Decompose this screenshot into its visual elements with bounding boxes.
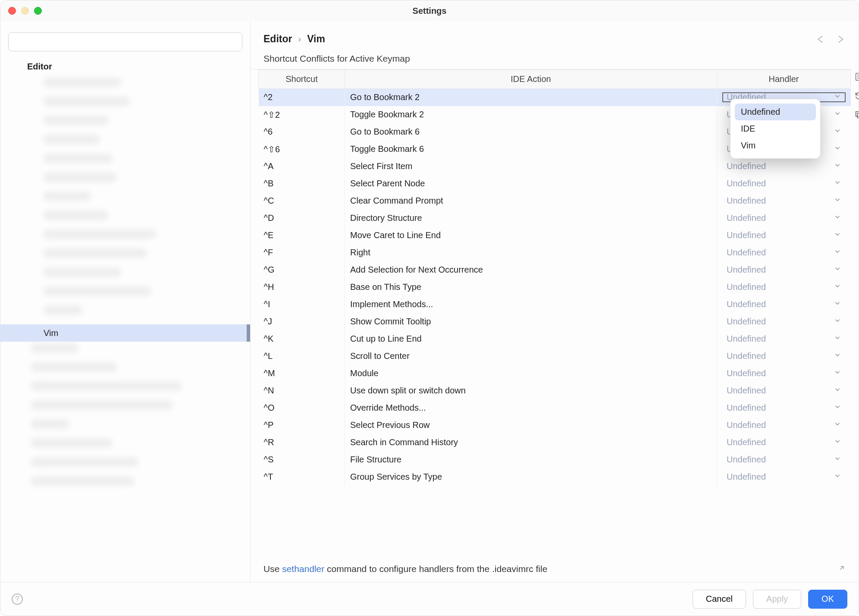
- maximize-icon[interactable]: [34, 7, 42, 15]
- handler-cell[interactable]: Undefined: [717, 175, 851, 192]
- table-row[interactable]: ^ASelect First ItemUndefined: [259, 158, 851, 175]
- table-row[interactable]: ^IImplement Methods...Undefined: [259, 296, 851, 313]
- handler-value: Undefined: [727, 196, 766, 206]
- dropdown-option[interactable]: IDE: [735, 120, 816, 137]
- chevron-down-icon: [834, 265, 841, 275]
- action-cell: Move Caret to Line End: [345, 227, 717, 244]
- handler-cell[interactable]: Undefined: [717, 434, 851, 451]
- shortcut-cell: ^F: [259, 244, 345, 261]
- chevron-right-icon: ›: [298, 34, 301, 44]
- table-row[interactable]: ^DDirectory StructureUndefined: [259, 210, 851, 227]
- scroll-icon[interactable]: [854, 72, 859, 82]
- chevron-down-icon: [834, 299, 841, 309]
- sethandler-link[interactable]: sethandler: [282, 564, 324, 574]
- chevron-down-icon: [834, 455, 841, 465]
- tree-item-blurred: [44, 286, 250, 304]
- table-header-row: Shortcut IDE Action Handler: [259, 70, 851, 89]
- handler-cell[interactable]: Undefined: [717, 279, 851, 296]
- hint-text: Use sethandler command to configure hand…: [251, 556, 859, 582]
- column-handler[interactable]: Handler: [717, 70, 851, 89]
- table-row[interactable]: ^NUse down split or switch downUndefined: [259, 382, 851, 399]
- shortcut-cell: ^N: [259, 382, 345, 399]
- table-row[interactable]: ^TGroup Services by TypeUndefined: [259, 468, 851, 486]
- cancel-button[interactable]: Cancel: [693, 590, 746, 609]
- tree-item-blurred: [31, 381, 250, 399]
- copy-icon[interactable]: [854, 110, 859, 119]
- action-cell: Clear Command Prompt: [345, 192, 717, 210]
- tree-blur-above: [0, 78, 250, 323]
- tree-item-blurred: [31, 400, 250, 418]
- table-row[interactable]: ^FRightUndefined: [259, 244, 851, 261]
- handler-cell[interactable]: Undefined: [717, 158, 851, 175]
- column-action[interactable]: IDE Action: [345, 70, 717, 89]
- shortcut-cell: ^G: [259, 261, 345, 279]
- forward-icon[interactable]: [834, 34, 846, 45]
- handler-cell[interactable]: Undefined: [717, 192, 851, 210]
- table-row[interactable]: ^RSearch in Command HistoryUndefined: [259, 434, 851, 451]
- section-title: Shortcut Conflicts for Active Keymap: [251, 53, 852, 69]
- tree-item-blurred: [31, 476, 250, 493]
- tree-item-blurred: [44, 154, 250, 171]
- column-shortcut[interactable]: Shortcut: [259, 70, 345, 89]
- action-cell: Module: [345, 365, 717, 382]
- handler-cell[interactable]: Undefined: [717, 244, 851, 261]
- handler-cell[interactable]: Undefined: [717, 399, 851, 417]
- back-icon[interactable]: [815, 34, 827, 45]
- tree-section-editor[interactable]: Editor: [0, 59, 250, 76]
- popout-icon[interactable]: [838, 564, 846, 574]
- table-row[interactable]: ^PSelect Previous RowUndefined: [259, 417, 851, 434]
- chevron-down-icon: [834, 472, 841, 482]
- shortcut-cell: ^L: [259, 348, 345, 365]
- handler-cell[interactable]: Undefined: [717, 296, 851, 313]
- handler-value: Undefined: [727, 179, 766, 189]
- ok-button[interactable]: OK: [808, 590, 847, 609]
- dropdown-option[interactable]: Vim: [735, 137, 816, 154]
- table-row[interactable]: ^LScroll to CenterUndefined: [259, 348, 851, 365]
- handler-cell[interactable]: Undefined: [717, 210, 851, 227]
- minimize-icon[interactable]: [21, 7, 29, 15]
- settings-tree[interactable]: Editor Vim: [0, 59, 250, 582]
- shortcut-cell: ^O: [259, 399, 345, 417]
- apply-button[interactable]: Apply: [753, 590, 801, 609]
- breadcrumb-root[interactable]: Editor: [263, 33, 292, 45]
- table-row[interactable]: ^MModuleUndefined: [259, 365, 851, 382]
- reset-icon[interactable]: [854, 91, 859, 101]
- handler-cell[interactable]: Undefined: [717, 365, 851, 382]
- table-row[interactable]: ^HBase on This TypeUndefined: [259, 279, 851, 296]
- action-cell: Group Services by Type: [345, 468, 717, 486]
- chevron-down-icon: [834, 403, 841, 413]
- table-row[interactable]: ^CClear Command PromptUndefined: [259, 192, 851, 210]
- table-row[interactable]: ^JShow Commit TooltipUndefined: [259, 313, 851, 330]
- window-title: Settings: [413, 6, 447, 16]
- handler-cell[interactable]: Undefined: [717, 382, 851, 399]
- shortcut-cell: ^E: [259, 227, 345, 244]
- dropdown-option[interactable]: Undefined: [735, 104, 816, 120]
- table-row[interactable]: ^GAdd Selection for Next OccurrenceUndef…: [259, 261, 851, 279]
- handler-cell[interactable]: Undefined: [717, 227, 851, 244]
- table-row[interactable]: ^KCut up to Line EndUndefined: [259, 330, 851, 348]
- handler-cell[interactable]: Undefined: [717, 451, 851, 468]
- shortcut-cell: ^M: [259, 365, 345, 382]
- handler-cell[interactable]: Undefined: [717, 348, 851, 365]
- handler-cell[interactable]: Undefined: [717, 330, 851, 348]
- chevron-down-icon: [834, 386, 841, 396]
- handler-cell[interactable]: Undefined: [717, 261, 851, 279]
- tree-item-blurred: [44, 192, 250, 209]
- handler-cell[interactable]: Undefined: [717, 313, 851, 330]
- shortcut-cell: ^P: [259, 417, 345, 434]
- close-icon[interactable]: [8, 7, 16, 15]
- table-row[interactable]: ^OOverride Methods...Undefined: [259, 399, 851, 417]
- table-row[interactable]: ^EMove Caret to Line EndUndefined: [259, 227, 851, 244]
- chevron-down-icon: [834, 110, 841, 119]
- handler-dropdown[interactable]: UndefinedIDEVim: [730, 99, 821, 159]
- tree-item-blurred: [31, 457, 250, 475]
- table-row[interactable]: ^BSelect Parent NodeUndefined: [259, 175, 851, 192]
- search-input[interactable]: [8, 32, 242, 51]
- handler-cell[interactable]: Undefined: [717, 468, 851, 486]
- handler-cell[interactable]: Undefined: [717, 417, 851, 434]
- tree-item-vim[interactable]: Vim: [0, 324, 250, 342]
- breadcrumb: Editor › Vim: [251, 21, 859, 53]
- tree-item-blurred: [44, 173, 250, 190]
- help-icon[interactable]: ?: [12, 594, 23, 605]
- table-row[interactable]: ^SFile StructureUndefined: [259, 451, 851, 468]
